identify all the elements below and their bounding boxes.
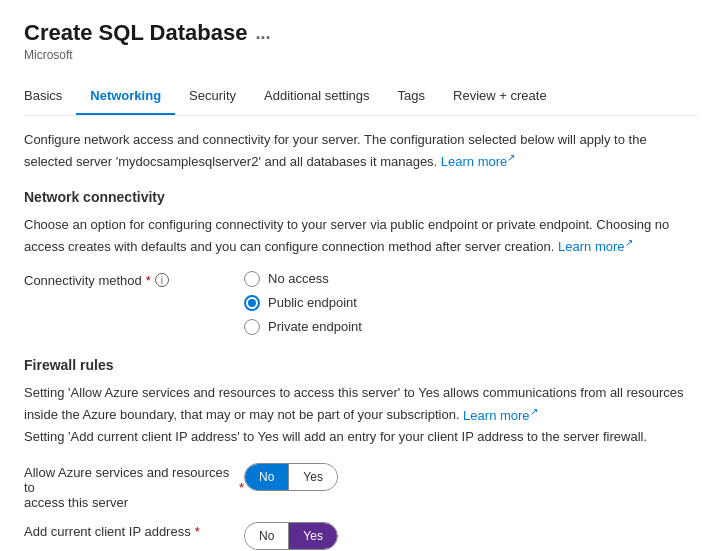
info-icon[interactable]: i — [155, 273, 169, 287]
connectivity-radio-group: No access Public endpoint Private endpoi… — [244, 271, 362, 335]
external-link-icon-3: ↗ — [530, 405, 538, 416]
add-ip-label: Add current client IP address * — [24, 522, 244, 539]
add-ip-toggle: No Yes — [244, 522, 338, 550]
page-header: Create SQL Database ... Microsoft — [24, 20, 698, 62]
connectivity-description: Choose an option for configuring connect… — [24, 215, 698, 256]
network-connectivity-title: Network connectivity — [24, 189, 698, 205]
firewall-rules-title: Firewall rules — [24, 357, 698, 373]
more-options-icon[interactable]: ... — [255, 23, 270, 44]
tab-networking[interactable]: Networking — [76, 78, 175, 115]
radio-public-endpoint-circle[interactable] — [244, 295, 260, 311]
radio-no-access-circle[interactable] — [244, 271, 260, 287]
external-link-icon-2: ↗ — [625, 237, 633, 248]
allow-azure-no-button[interactable]: No — [245, 464, 288, 490]
allow-azure-label: Allow Azure services and resources toacc… — [24, 463, 244, 510]
tab-tags[interactable]: Tags — [384, 78, 439, 115]
radio-public-endpoint[interactable]: Public endpoint — [244, 295, 362, 311]
radio-public-endpoint-label: Public endpoint — [268, 295, 357, 310]
add-ip-toggle-wrapper[interactable]: No Yes — [244, 522, 338, 550]
add-ip-required: * — [195, 524, 200, 539]
radio-private-endpoint[interactable]: Private endpoint — [244, 319, 362, 335]
firewall-learn-more-link[interactable]: Learn more↗ — [463, 408, 537, 423]
radio-public-endpoint-dot — [248, 299, 256, 307]
add-ip-no-button[interactable]: No — [245, 523, 288, 549]
add-ip-yes-button[interactable]: Yes — [289, 523, 337, 549]
intro-learn-more-link[interactable]: Learn more↗ — [441, 154, 515, 169]
connectivity-method-row: Connectivity method * i No access Public… — [24, 271, 698, 335]
allow-azure-toggle-wrapper[interactable]: No Yes — [244, 463, 338, 491]
connectivity-learn-more-link[interactable]: Learn more↗ — [558, 239, 632, 254]
required-indicator: * — [146, 273, 151, 288]
tab-review-create[interactable]: Review + create — [439, 78, 561, 115]
tab-nav: Basics Networking Security Additional se… — [24, 78, 698, 116]
radio-no-access-label: No access — [268, 271, 329, 286]
page-subtitle: Microsoft — [24, 48, 698, 62]
add-ip-row: Add current client IP address * No Yes — [24, 522, 698, 550]
allow-azure-row: Allow Azure services and resources toacc… — [24, 463, 698, 510]
page-title: Create SQL Database — [24, 20, 247, 46]
tab-additional-settings[interactable]: Additional settings — [250, 78, 384, 115]
tab-basics[interactable]: Basics — [24, 78, 76, 115]
radio-no-access[interactable]: No access — [244, 271, 362, 287]
allow-azure-toggle: No Yes — [244, 463, 338, 491]
allow-azure-yes-button[interactable]: Yes — [289, 464, 337, 490]
firewall-description: Setting 'Allow Azure services and resour… — [24, 383, 698, 448]
connectivity-method-label: Connectivity method * i — [24, 271, 244, 288]
intro-description: Configure network access and connectivit… — [24, 130, 698, 171]
tab-security[interactable]: Security — [175, 78, 250, 115]
radio-private-endpoint-label: Private endpoint — [268, 319, 362, 334]
radio-private-endpoint-circle[interactable] — [244, 319, 260, 335]
external-link-icon: ↗ — [507, 152, 515, 163]
